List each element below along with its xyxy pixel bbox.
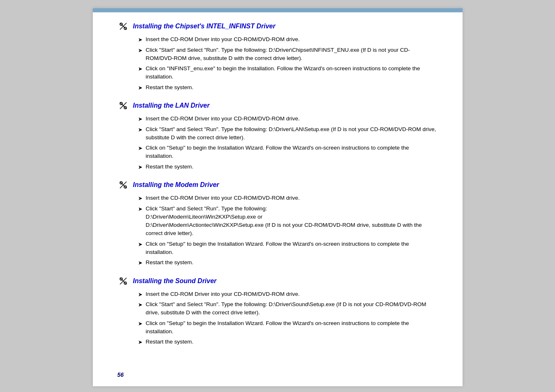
section-header-modem: Installing the Modem Driver xyxy=(117,179,438,191)
bullet-text: Insert the CD-ROM Driver into your CD-RO… xyxy=(146,115,300,123)
bullet-text: Click on "Setup" to begin the Installati… xyxy=(146,319,438,336)
bullet-text: Click on "Setup" to begin the Installati… xyxy=(146,144,438,161)
list-item: ➤Click "Start" and Select "Run". Type th… xyxy=(138,205,438,238)
bullet-arrow-icon: ➤ xyxy=(138,320,143,328)
bullet-arrow-icon: ➤ xyxy=(138,144,143,152)
bullet-arrow-icon: ➤ xyxy=(138,126,143,134)
bullet-arrow-icon: ➤ xyxy=(138,205,143,213)
list-item: ➤Restart the system. xyxy=(138,258,438,267)
page-number: 56 xyxy=(117,371,124,378)
bullet-list-lan: ➤Insert the CD-ROM Driver into your CD-R… xyxy=(138,115,438,171)
section-icon-chipset xyxy=(117,21,129,32)
bullet-arrow-icon: ➤ xyxy=(138,259,143,267)
bullet-text: Insert the CD-ROM Driver into your CD-RO… xyxy=(146,194,300,202)
bullet-arrow-icon: ➤ xyxy=(138,84,143,92)
section-sound: Installing the Sound Driver➤Insert the C… xyxy=(117,275,438,346)
list-item: ➤Insert the CD-ROM Driver into your CD-R… xyxy=(138,290,438,299)
section-icon-sound xyxy=(117,275,129,287)
section-icon-lan xyxy=(117,100,129,111)
page: Installing the Chipset's INTEL_INFINST D… xyxy=(93,8,463,386)
bullet-arrow-icon: ➤ xyxy=(138,65,143,73)
section-header-lan: Installing the LAN Driver xyxy=(117,100,438,111)
bullet-arrow-icon: ➤ xyxy=(138,240,143,249)
bullet-arrow-icon: ➤ xyxy=(138,36,143,44)
bullet-list-sound: ➤Insert the CD-ROM Driver into your CD-R… xyxy=(138,290,438,346)
bullet-text: Restart the system. xyxy=(146,338,193,346)
section-header-chipset: Installing the Chipset's INTEL_INFINST D… xyxy=(117,21,438,32)
list-item: ➤Insert the CD-ROM Driver into your CD-R… xyxy=(138,115,438,123)
list-item: ➤Click "Start" and Select "Run". Type th… xyxy=(138,46,438,63)
bullet-text: Insert the CD-ROM Driver into your CD-RO… xyxy=(146,290,300,298)
bullet-text: Click "Start" and Select "Run". Type the… xyxy=(146,46,438,63)
list-item: ➤Click on "Setup" to begin the Installat… xyxy=(138,319,438,336)
list-item: ➤Restart the system. xyxy=(138,83,438,92)
list-item: ➤Click on "INFINST_enu.exe" to begin the… xyxy=(138,65,438,81)
list-item: ➤Restart the system. xyxy=(138,338,438,346)
section-lan: Installing the LAN Driver➤Insert the CD-… xyxy=(117,100,438,171)
list-item: ➤Click on "Setup" to begin the Installat… xyxy=(138,144,438,161)
bullet-list-chipset: ➤Insert the CD-ROM Driver into your CD-R… xyxy=(138,35,438,92)
bullet-text: Insert the CD-ROM Driver into your CD-RO… xyxy=(146,35,300,44)
section-header-sound: Installing the Sound Driver xyxy=(117,275,438,287)
bullet-text: Click on "INFINST_enu.exe" to begin the … xyxy=(146,65,438,81)
bullet-text: Restart the system. xyxy=(146,258,193,267)
bullet-text: Click on "Setup" to begin the Installati… xyxy=(146,240,438,257)
bullet-text: Restart the system. xyxy=(146,163,193,171)
bullet-arrow-icon: ➤ xyxy=(138,46,143,55)
list-item: ➤Insert the CD-ROM Driver into your CD-R… xyxy=(138,194,438,203)
list-item: ➤Click "Start" and Select "Run". Type th… xyxy=(138,300,438,317)
bullet-arrow-icon: ➤ xyxy=(138,338,143,346)
section-title-lan: Installing the LAN Driver xyxy=(133,102,210,109)
bullet-text: Click "Start" and Select "Run". Type the… xyxy=(146,125,438,142)
bullet-arrow-icon: ➤ xyxy=(138,291,143,299)
top-bar xyxy=(93,8,463,12)
list-item: ➤Click on "Setup" to begin the Installat… xyxy=(138,240,438,257)
bullet-text: Click "Start" and Select "Run". Type the… xyxy=(146,205,438,238)
bullet-text: Restart the system. xyxy=(146,83,193,92)
bullet-text: Click "Start" and Select "Run". Type the… xyxy=(146,300,438,317)
bullet-arrow-icon: ➤ xyxy=(138,194,143,203)
section-title-chipset: Installing the Chipset's INTEL_INFINST D… xyxy=(133,23,276,30)
section-chipset: Installing the Chipset's INTEL_INFINST D… xyxy=(117,21,438,92)
section-icon-modem xyxy=(117,179,129,191)
section-title-modem: Installing the Modem Driver xyxy=(133,181,219,189)
section-title-sound: Installing the Sound Driver xyxy=(133,277,217,285)
bullet-arrow-icon: ➤ xyxy=(138,163,143,171)
list-item: ➤Restart the system. xyxy=(138,163,438,171)
list-item: ➤Insert the CD-ROM Driver into your CD-R… xyxy=(138,35,438,44)
bullet-arrow-icon: ➤ xyxy=(138,115,143,123)
list-item: ➤Click "Start" and Select "Run". Type th… xyxy=(138,125,438,142)
section-modem: Installing the Modem Driver➤Insert the C… xyxy=(117,179,438,267)
bullet-arrow-icon: ➤ xyxy=(138,301,143,309)
bullet-list-modem: ➤Insert the CD-ROM Driver into your CD-R… xyxy=(138,194,438,267)
